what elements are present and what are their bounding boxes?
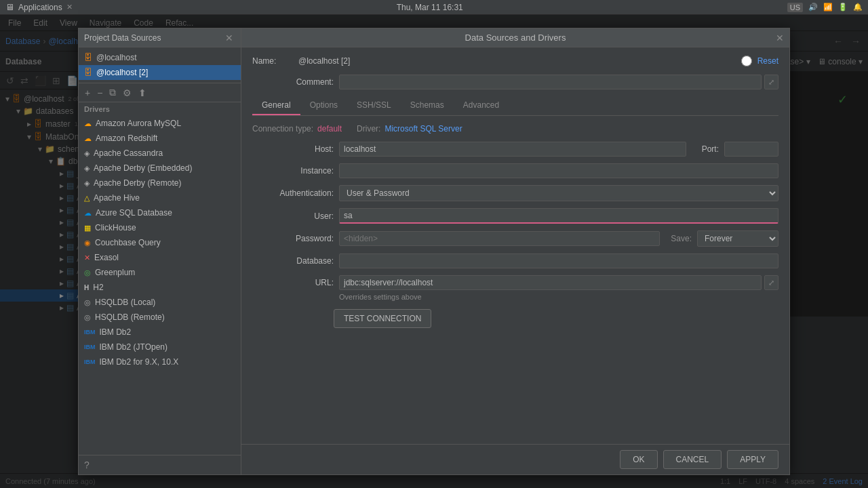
comment-label: Comment: — [252, 77, 334, 87]
tab-schemas[interactable]: Schemas — [401, 96, 454, 115]
dialog-wrapper: Project Data Sources ✕ 🗄 @localhost 🗄 @l… — [78, 28, 790, 475]
wifi-icon[interactable]: 📶 — [823, 3, 833, 12]
driver-name: IBM Db2 (JTOpen) — [100, 342, 167, 352]
user-label: User: — [252, 211, 334, 221]
ok-button[interactable]: OK — [620, 450, 657, 469]
driver-apache-cassandra[interactable]: ◈ Apache Cassandra — [79, 146, 241, 161]
driver-icon: IBM — [84, 344, 96, 350]
driver-amazon-aurora[interactable]: ☁ Amazon Aurora MySQL — [79, 116, 241, 131]
url-input-container: ⤢ — [339, 275, 778, 290]
driver-couchbase[interactable]: ◉ Couchbase Query — [79, 235, 241, 250]
driver-name: HSQLDB (Remote) — [95, 312, 165, 322]
db-source-icon-2: 🗄 — [84, 68, 92, 77]
driver-apache-hive[interactable]: △ Apache Hive — [79, 190, 241, 205]
driver-name: Azure SQL Database — [96, 208, 172, 218]
host-label: Host: — [252, 144, 334, 154]
instance-input[interactable] — [339, 163, 778, 178]
driver-icon: △ — [84, 194, 90, 203]
dialog-content: Name: @localhost [2] Reset Comment: ⤢ Ge… — [241, 47, 789, 444]
battery-icon: 🔋 — [838, 3, 848, 12]
comment-row: Comment: ⤢ — [252, 75, 778, 89]
db-source-icon: 🗄 — [84, 53, 92, 62]
driver-settings-button[interactable]: ⚙ — [121, 86, 134, 100]
host-input[interactable] — [339, 142, 686, 157]
dialog-title: Data Sources and Drivers — [465, 33, 566, 43]
name-radio[interactable] — [741, 56, 752, 66]
driver-name: Amazon Redshift — [96, 134, 157, 143]
save-label: Save: — [671, 234, 692, 243]
driver-list: ☁ Amazon Aurora MySQL ☁ Amazon Redshift … — [79, 116, 241, 455]
driver-name: Apache Hive — [94, 193, 140, 203]
driver-name: Greenplum — [95, 268, 135, 277]
url-input[interactable] — [339, 275, 762, 290]
driver-name: HSQLDB (Local) — [95, 298, 155, 307]
driver-clickhouse[interactable]: ▦ ClickHouse — [79, 220, 241, 235]
close-left-panel-button[interactable]: ✕ — [223, 31, 235, 45]
port-label: Port: — [692, 144, 719, 154]
driver-exasol[interactable]: ✕ Exasol — [79, 250, 241, 265]
driver-ibm-db2-jtopen[interactable]: IBM IBM Db2 (JTOpen) — [79, 340, 241, 354]
reset-link[interactable]: Reset — [757, 56, 778, 66]
driver-icon: ◈ — [84, 149, 90, 158]
driver-name: Apache Derby (Embedded) — [94, 163, 192, 173]
user-input[interactable] — [339, 208, 778, 224]
password-input[interactable] — [339, 231, 660, 246]
apply-button[interactable]: APPLY — [727, 450, 778, 469]
dialog-close-button[interactable]: ✕ — [776, 33, 784, 43]
close-icon[interactable]: ✕ — [66, 3, 73, 12]
driver-apache-derby-remote[interactable]: ◈ Apache Derby (Remote) — [79, 176, 241, 190]
connection-type-value: default — [317, 124, 342, 134]
port-input[interactable] — [724, 142, 778, 157]
expand-comment-button[interactable]: ⤢ — [764, 75, 778, 89]
notification-icon[interactable]: 🔔 — [853, 3, 863, 12]
tab-options[interactable]: Options — [300, 96, 347, 115]
datasource-localhost[interactable]: 🗄 @localhost — [79, 50, 241, 65]
instance-row: Instance: — [252, 163, 778, 178]
driver-amazon-redshift[interactable]: ☁ Amazon Redshift — [79, 131, 241, 146]
app-name: Applications — [18, 3, 62, 12]
expand-url-button[interactable]: ⤢ — [764, 275, 778, 290]
cancel-button[interactable]: CANCEL — [663, 450, 722, 469]
driver-name: IBM Db2 — [100, 327, 132, 337]
driver-name: IBM Db2 for 9.X, 10.X — [100, 357, 179, 367]
driver-icon: ◈ — [84, 179, 90, 188]
driver-icon: ◎ — [84, 298, 91, 307]
driver-ibm-db2-9x[interactable]: IBM IBM Db2 for 9.X, 10.X — [79, 354, 241, 369]
database-input[interactable] — [339, 253, 778, 268]
driver-icon: ✕ — [84, 253, 90, 262]
driver-icon: ◈ — [84, 164, 90, 173]
tab-advanced[interactable]: Advanced — [454, 96, 509, 115]
remove-driver-button[interactable]: − — [95, 86, 104, 100]
user-row: User: — [252, 208, 778, 224]
connection-type-row: Connection type: default Driver: Microso… — [252, 124, 778, 134]
comment-input[interactable] — [339, 75, 762, 89]
url-row: URL: ⤢ — [252, 275, 778, 290]
help-icon[interactable]: ? — [84, 460, 90, 470]
url-hint: Overrides settings above — [339, 293, 778, 301]
dialog-overlay: Project Data Sources ✕ 🗄 @localhost 🗄 @l… — [0, 15, 868, 488]
driver-upload-button[interactable]: ⬆ — [136, 86, 149, 100]
tab-general[interactable]: General — [252, 96, 300, 115]
add-driver-button[interactable]: + — [83, 86, 92, 100]
port-section: Port: — [692, 142, 778, 157]
copy-driver-button[interactable]: ⧉ — [107, 85, 118, 100]
auth-select[interactable]: User & Password — [339, 185, 778, 201]
url-label: URL: — [252, 278, 334, 287]
driver-hsqldb-remote[interactable]: ◎ HSQLDB (Remote) — [79, 310, 241, 325]
driver-azure-sql[interactable]: ☁ Azure SQL Database — [79, 205, 241, 220]
save-select[interactable]: Forever Session Never — [697, 230, 778, 247]
driver-apache-derby-embedded[interactable]: ◈ Apache Derby (Embedded) — [79, 161, 241, 176]
tab-sshssl[interactable]: SSH/SSL — [347, 96, 401, 115]
app-icon: 🖥 — [5, 2, 14, 12]
driver-ibm-db2[interactable]: IBM IBM Db2 — [79, 325, 241, 340]
driver-h2[interactable]: H H2 — [79, 280, 241, 295]
speaker-icon[interactable]: 🔊 — [808, 3, 818, 12]
name-field-label: Name: — [252, 56, 293, 66]
test-connection-button[interactable]: TEST CONNECTION — [334, 309, 431, 328]
driver-greenplum[interactable]: ◎ Greenplum — [79, 265, 241, 280]
datasource-localhost-2[interactable]: 🗄 @localhost [2] — [79, 65, 241, 80]
driver-value[interactable]: Microsoft SQL Server — [384, 124, 462, 134]
driver-hsqldb-local[interactable]: ◎ HSQLDB (Local) — [79, 295, 241, 310]
tabs-bar: General Options SSH/SSL Schemas Advanced — [252, 96, 778, 116]
drivers-panel: Project Data Sources ✕ 🗄 @localhost 🗄 @l… — [78, 28, 241, 475]
